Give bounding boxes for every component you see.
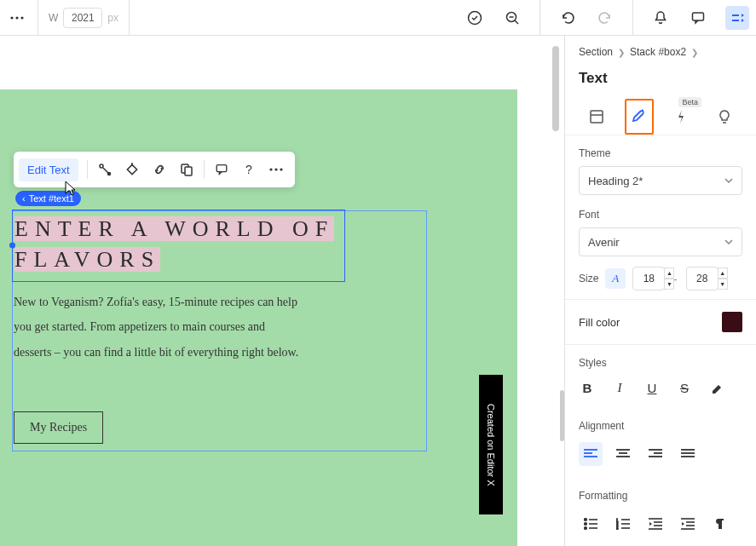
floating-element-toolbar: Edit Text ? bbox=[14, 152, 295, 187]
theme-select[interactable]: Heading 2* bbox=[579, 166, 742, 195]
redo-icon[interactable] bbox=[595, 8, 615, 28]
topbar-left: W px bbox=[7, 0, 130, 35]
numbered-list-button[interactable]: 123 bbox=[611, 512, 635, 536]
chevron-down-icon bbox=[724, 239, 733, 244]
svg-point-34 bbox=[585, 519, 587, 521]
editor-watermark[interactable]: Created on Editor X bbox=[479, 375, 503, 514]
align-justify-button[interactable] bbox=[676, 442, 700, 466]
my-recipes-button[interactable]: My Recipes bbox=[14, 411, 103, 444]
font-value: Avenir bbox=[588, 236, 620, 249]
comment-icon[interactable] bbox=[688, 8, 708, 28]
strikethrough-button[interactable]: S bbox=[676, 379, 693, 396]
bold-button[interactable]: B bbox=[579, 379, 596, 396]
canvas-width-input[interactable] bbox=[63, 8, 102, 28]
svg-point-2 bbox=[20, 16, 23, 19]
formatting-buttons: 123 bbox=[565, 507, 756, 536]
divider bbox=[204, 160, 205, 179]
stretch-icon[interactable] bbox=[118, 156, 146, 183]
divider bbox=[87, 160, 88, 179]
feedback-icon[interactable] bbox=[208, 156, 235, 183]
zoom-out-icon[interactable] bbox=[502, 8, 522, 28]
svg-line-5 bbox=[515, 20, 518, 24]
size-min-input[interactable]: 18 ▲▼ bbox=[632, 267, 665, 290]
unit-label: px bbox=[107, 12, 118, 24]
help-icon[interactable]: ? bbox=[235, 156, 263, 183]
body-paragraph[interactable]: New to Veganism? Zofía's easy, 15-minute… bbox=[14, 290, 303, 365]
undo-icon[interactable] bbox=[557, 8, 578, 28]
duplicate-icon[interactable] bbox=[173, 156, 200, 183]
animation-icon[interactable] bbox=[91, 156, 118, 183]
svg-point-17 bbox=[274, 168, 277, 170]
size-label: Size bbox=[579, 273, 598, 284]
align-left-button[interactable] bbox=[579, 442, 603, 466]
tips-tab[interactable] bbox=[710, 99, 739, 135]
canvas-width-control: W px bbox=[49, 8, 118, 28]
highlight-button[interactable] bbox=[708, 379, 725, 396]
fill-color-row: Fill color bbox=[565, 300, 756, 345]
svg-point-8 bbox=[100, 164, 103, 168]
toggle-panel-icon[interactable] bbox=[725, 6, 749, 30]
svg-rect-13 bbox=[185, 167, 192, 175]
breadcrumb-section[interactable]: Section bbox=[579, 46, 613, 58]
divider bbox=[38, 0, 38, 36]
fill-label: Fill color bbox=[579, 316, 620, 329]
more-menu-button[interactable] bbox=[7, 8, 27, 28]
text-direction-button[interactable] bbox=[708, 512, 732, 536]
align-center-button[interactable] bbox=[611, 442, 635, 466]
edit-text-button[interactable]: Edit Text bbox=[19, 158, 78, 181]
bell-icon[interactable] bbox=[650, 8, 671, 28]
italic-button[interactable]: I bbox=[611, 379, 628, 396]
bullet-list-button[interactable] bbox=[579, 512, 603, 536]
font-select[interactable]: Avenir bbox=[579, 227, 742, 256]
indent-button[interactable] bbox=[676, 512, 700, 536]
svg-rect-14 bbox=[216, 165, 227, 172]
svg-text:?: ? bbox=[245, 163, 252, 176]
layout-tab[interactable] bbox=[582, 99, 611, 135]
canvas-scrollbar[interactable] bbox=[552, 46, 559, 131]
more-icon[interactable] bbox=[263, 156, 290, 183]
editor-canvas[interactable]: ENTER A WORLD OF FLAVORS New to Veganism… bbox=[0, 36, 563, 546]
size-max-input[interactable]: 28 ▲▼ bbox=[686, 267, 718, 290]
stepper-up-icon[interactable]: ▲ bbox=[718, 267, 728, 279]
breadcrumb: Section ❯ Stack #box2 ❯ bbox=[565, 36, 756, 63]
chevron-down-icon bbox=[724, 178, 733, 183]
styles-label: Styles bbox=[565, 345, 756, 374]
theme-label: Theme bbox=[565, 135, 756, 164]
svg-point-9 bbox=[107, 173, 110, 175]
svg-rect-10 bbox=[127, 164, 136, 174]
fill-color-swatch[interactable] bbox=[722, 312, 742, 332]
align-right-button[interactable] bbox=[643, 442, 667, 466]
design-tab[interactable] bbox=[625, 99, 654, 135]
width-label: W bbox=[49, 12, 58, 24]
heading-text-element[interactable]: ENTER A WORLD OF FLAVORS bbox=[12, 210, 345, 282]
chevron-right-icon: ❯ bbox=[618, 48, 625, 57]
check-circle-icon[interactable] bbox=[465, 8, 485, 28]
svg-point-0 bbox=[10, 16, 13, 19]
font-scale-icon[interactable]: A bbox=[605, 268, 626, 289]
svg-point-36 bbox=[585, 523, 587, 526]
effects-tab[interactable]: Beta bbox=[667, 99, 696, 135]
panel-tabs: Beta bbox=[565, 95, 756, 135]
stepper-down-icon[interactable]: ▼ bbox=[718, 279, 728, 290]
svg-point-1 bbox=[15, 16, 18, 19]
svg-text:3: 3 bbox=[616, 526, 619, 530]
svg-rect-7 bbox=[693, 13, 704, 20]
heading-text-content: ENTER A WORLD OF FLAVORS bbox=[14, 216, 334, 272]
properties-panel: Section ❯ Stack #box2 ❯ Text Beta Theme … bbox=[564, 36, 756, 546]
style-buttons: B I U S bbox=[565, 374, 756, 408]
svg-point-16 bbox=[269, 168, 272, 170]
element-id-tag[interactable]: ‹ Text #text1 bbox=[15, 191, 81, 206]
stepper-down-icon[interactable]: ▼ bbox=[664, 279, 674, 290]
font-label: Font bbox=[565, 197, 756, 226]
alignment-label: Alignment bbox=[565, 408, 756, 437]
outdent-button[interactable] bbox=[643, 512, 667, 536]
underline-button[interactable]: U bbox=[643, 379, 661, 396]
panel-title: Text bbox=[565, 63, 756, 95]
chevron-left-icon: ‹ bbox=[22, 193, 26, 204]
divider bbox=[129, 0, 130, 36]
link-icon[interactable] bbox=[146, 156, 173, 183]
breadcrumb-stack[interactable]: Stack #box2 bbox=[630, 46, 686, 58]
topbar-right bbox=[465, 0, 749, 35]
stepper-up-icon[interactable]: ▲ bbox=[664, 267, 674, 279]
divider bbox=[632, 0, 633, 36]
